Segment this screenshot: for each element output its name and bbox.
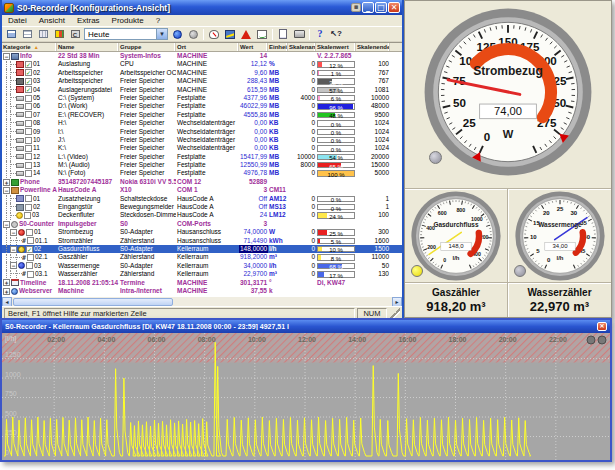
period-select[interactable]: Heute ▼	[84, 28, 168, 40]
row-checkbox[interactable]	[25, 111, 32, 118]
chart-button-2[interactable]	[598, 336, 606, 344]
row-checkbox[interactable]	[26, 262, 33, 269]
row-checkbox[interactable]	[25, 137, 32, 144]
column-header-3[interactable]: Ort	[176, 43, 239, 51]
minimize-button[interactable]: _	[362, 2, 374, 13]
line-chart-button[interactable]	[223, 28, 237, 41]
gauges-button[interactable]	[207, 28, 221, 41]
row-checkbox[interactable]	[25, 145, 32, 152]
expand-box[interactable]: +	[3, 279, 10, 286]
table-row-erecover[interactable]: 07E:\ (RECOVER)Freier SpeicherFestplatte…	[2, 111, 402, 119]
table-row-csystem[interactable]: 05C:\ (System)Freier SpeicherFestplatte4…	[2, 94, 402, 102]
row-checkbox[interactable]	[25, 128, 32, 135]
curve-button[interactable]	[255, 28, 269, 41]
column-header-7[interactable]: Skalenwert	[316, 43, 356, 51]
row-checkbox[interactable]	[25, 170, 32, 177]
column-header-8[interactable]: Skalenende	[356, 43, 390, 51]
row-checkbox[interactable]	[27, 237, 34, 244]
table-row-strombezug[interactable]: −01StrombezugS0-AdapterHausanschluss74,0…	[2, 228, 402, 236]
table-row-gasdurchfluss[interactable]: −✓02GasdurchflussS0-AdapterKellerraum148…	[2, 245, 402, 253]
record-button[interactable]	[170, 28, 184, 41]
table-row-stromzhler[interactable]: #01.1StromzählerZählerstandHausanschluss…	[2, 237, 402, 245]
row-checkbox[interactable]	[25, 153, 32, 160]
column-header-0[interactable]: Kategorie▲	[2, 43, 57, 51]
chart-button-1[interactable]	[587, 336, 595, 344]
context-help-button[interactable]: ↖?	[329, 28, 343, 41]
scrollbar-thumb[interactable]	[13, 298, 173, 306]
expand-box[interactable]: +	[3, 288, 10, 295]
table-row-auslagerungsdatei[interactable]: ✓04AuslagerungsdateiFreier SpeicherMACHI…	[2, 86, 402, 94]
category-row-timeline[interactable]: +Timeline18.11.2008 21:05:14TermineMACHI…	[2, 279, 402, 287]
table-row-maudio[interactable]: 13M:\ (Audio)Freier SpeicherFestplatte12…	[2, 161, 402, 169]
table-row-auslastung[interactable]: ✓01AuslastungCPUMACHINE12,12%012 %100	[2, 60, 402, 68]
collapse-box[interactable]: −	[10, 246, 17, 253]
pin-button[interactable]: ▪	[351, 3, 361, 12]
view-table-button[interactable]	[20, 28, 34, 41]
row-checkbox[interactable]	[24, 212, 31, 219]
row-checkbox[interactable]	[27, 271, 34, 278]
table-row-dwork[interactable]: 06D:\ (Work)Freier SpeicherFestplatte460…	[2, 102, 402, 110]
collapse-box[interactable]: −	[10, 229, 17, 236]
category-row-powerlinea[interactable]: −Powerline AHausCode AX10COM 13CM11	[2, 186, 402, 194]
table-row-i[interactable]: 09I:\Freier SpeicherWechseldatenträger0,…	[2, 128, 402, 136]
scroll-right-arrow[interactable]: ►	[392, 297, 402, 307]
row-checkbox[interactable]	[25, 162, 32, 169]
table-row-k[interactable]: 11K:\Freier SpeicherWechseldatenträger0,…	[2, 144, 402, 152]
row-checkbox[interactable]: ✓	[26, 246, 33, 253]
row-checkbox[interactable]	[25, 120, 32, 127]
row-checkbox[interactable]: ✓	[25, 61, 32, 68]
column-header-5[interactable]: Einheit	[268, 43, 288, 51]
category-row-s0counter[interactable]: −S0-CounterImpulsgeberS0COM-Ports3	[2, 220, 402, 228]
chart-titlebar[interactable]: S0-Recorder - Kellerraum Gasdurchfluss […	[2, 320, 610, 333]
chart-close-button[interactable]: ✕	[597, 322, 607, 331]
view-grid-button[interactable]	[36, 28, 50, 41]
row-checkbox[interactable]	[26, 229, 33, 236]
row-checkbox[interactable]: ✓	[25, 78, 32, 85]
collapse-box[interactable]: −	[10, 262, 17, 269]
table-row-wasserzhler[interactable]: #03.1WasserzählerZählerstandKellerraum22…	[2, 270, 402, 278]
table-row-arbeitsspeicher[interactable]: ✓03ArbeitsspeicherFreier SpeicherMACHINE…	[2, 77, 402, 85]
menu-item-ansicht[interactable]: Ansicht	[33, 16, 71, 25]
row-checkbox[interactable]	[25, 195, 32, 202]
expand-box[interactable]: +	[3, 179, 10, 186]
column-header-2[interactable]: Gruppe	[119, 43, 176, 51]
alarm-button[interactable]	[239, 28, 253, 41]
column-header-1[interactable]: Name	[57, 43, 119, 51]
menu-item-[interactable]: ?	[150, 16, 166, 25]
horizontal-scrollbar[interactable]: ◄ ►	[2, 296, 402, 306]
collapse-box[interactable]: −	[3, 187, 10, 194]
row-checkbox[interactable]	[25, 95, 32, 102]
row-checkbox[interactable]	[25, 103, 32, 110]
view-config-button[interactable]	[4, 28, 18, 41]
table-row-arbeitsspeicher[interactable]: ✓02ArbeitsspeicherArbeitsspeicher OCNMAC…	[2, 69, 402, 77]
table-row-nfoto[interactable]: 14N:\ (Foto)Freier SpeicherFestplatte497…	[2, 169, 402, 177]
table-row-deckenfluter[interactable]: 03DeckenfluterSteckdosen-DimmerHausCode …	[2, 211, 402, 219]
category-row-info[interactable]: −Info22 Std 38 MinSystem-InfosMACHINE14V…	[2, 52, 402, 60]
main-titlebar[interactable]: S0-Recorder [Konfigurations-Ansicht] ▪ _…	[2, 0, 402, 15]
table-row-gaszhler[interactable]: #02.1GaszählerZählerstandKellerraum918,2…	[2, 253, 402, 261]
row-checkbox[interactable]: ✓	[25, 86, 32, 93]
column-header-4[interactable]: Wert	[239, 43, 268, 51]
menu-item-extras[interactable]: Extras	[71, 16, 106, 25]
help-button[interactable]: ?	[313, 28, 327, 41]
maximize-button[interactable]: □	[375, 2, 387, 13]
collapse-box[interactable]: −	[3, 53, 10, 60]
row-checkbox[interactable]	[25, 204, 32, 211]
table-row-eingangstr[interactable]: 02EingangstürBewegungsmelderHausCode AOf…	[2, 203, 402, 211]
table-row-zusatzheizung[interactable]: 01ZusatzheizungSchaltsteckdoseHausCode A…	[2, 195, 402, 203]
category-row-phone[interactable]: +Phone351487207445187Nokia 6310i VV 5.50…	[2, 178, 402, 186]
menu-item-produkte[interactable]: Produkte	[106, 16, 150, 25]
row-checkbox[interactable]	[27, 254, 34, 261]
view-chart-button[interactable]	[52, 28, 66, 41]
table-row-lvideo[interactable]: 12L:\ (Video)Freier SpeicherFestplatte15…	[2, 153, 402, 161]
category-row-webserver[interactable]: +WebserverMachineIntra-/InternetMACHINE3…	[2, 287, 402, 295]
scroll-left-arrow[interactable]: ◄	[2, 297, 12, 307]
print-button[interactable]	[292, 28, 306, 41]
table-row-j[interactable]: 10J:\Freier SpeicherWechseldatenträger0,…	[2, 136, 402, 144]
row-checkbox[interactable]: ✓	[25, 69, 32, 76]
close-button[interactable]: ✕	[388, 2, 400, 13]
menu-item-datei[interactable]: Datei	[2, 16, 33, 25]
collapse-box[interactable]: −	[3, 221, 10, 228]
view-gauge-button[interactable]: C	[68, 28, 82, 41]
report-button[interactable]	[276, 28, 290, 41]
